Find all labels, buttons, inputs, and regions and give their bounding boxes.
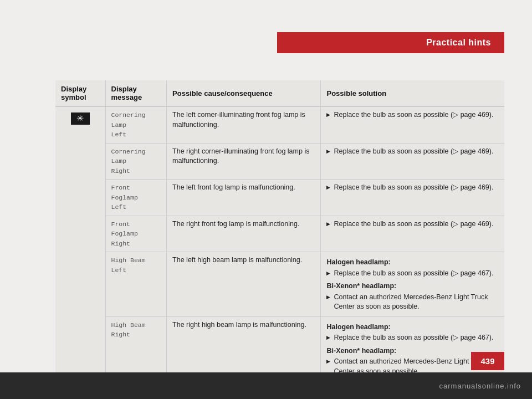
halogen-label: Halogen headlamp: bbox=[326, 323, 499, 332]
display-message: Cornering Lamp Left bbox=[111, 111, 146, 138]
display-msg-cell: Cornering Lamp Left bbox=[105, 106, 167, 143]
display-msg-cell: Cornering Lamp Right bbox=[105, 143, 167, 180]
hints-table: Display symbol Display message Possible … bbox=[55, 80, 504, 381]
cause-cell: The left high beam lamp is malfunctionin… bbox=[167, 252, 321, 317]
solution-item: Contact an authorized Mercedes-Benz Ligh… bbox=[326, 293, 499, 312]
display-message: Front Foglamp Right bbox=[111, 221, 138, 247]
table-row: Cornering Lamp Right The right corner-il… bbox=[55, 143, 504, 180]
col-display-message: Display message bbox=[105, 80, 167, 106]
solution-cell: Replace the bulb as soon as possible (▷ … bbox=[321, 106, 504, 143]
solution-item: Replace the bulb as soon as possible (▷ … bbox=[326, 219, 499, 229]
main-table-container: Display symbol Display message Possible … bbox=[55, 80, 504, 344]
table-row: High Beam Left The left high beam lamp i… bbox=[55, 252, 504, 317]
halogen-label: Halogen headlamp: bbox=[326, 258, 499, 268]
display-msg-cell: High Beam Left bbox=[105, 252, 167, 317]
header-bar: Practical hints bbox=[277, 32, 504, 53]
solution-cell: Halogen headlamp: Replace the bulb as so… bbox=[321, 316, 504, 381]
cause-cell: The right high beam lamp is malfunctioni… bbox=[167, 316, 321, 381]
solution-item: Replace the bulb as soon as possible (▷ … bbox=[326, 333, 499, 343]
watermark: carmanualsonline.info bbox=[439, 382, 521, 390]
cause-cell: The left corner-illuminating front fog l… bbox=[167, 106, 321, 143]
solution-item: Replace the bulb as soon as possible (▷ … bbox=[326, 269, 499, 279]
page-title: Practical hints bbox=[426, 38, 491, 47]
solution-item: Replace the bulb as soon as possible (▷ … bbox=[326, 147, 499, 157]
table-row: Front Foglamp Right The right front fog … bbox=[55, 216, 504, 252]
lamp-icon: ✳ bbox=[71, 112, 90, 125]
cause-cell: The right corner-illuminating front fog … bbox=[167, 143, 321, 180]
solution-item: Replace the bulb as soon as possible (▷ … bbox=[326, 110, 499, 120]
table-row: Front Foglamp Left The left front fog la… bbox=[55, 180, 504, 216]
xenon-label: Bi-Xenon* headlamp: bbox=[326, 282, 499, 291]
cause-cell: The right front fog lamp is malfunctioni… bbox=[167, 216, 321, 252]
bottom-bar: carmanualsonline.info bbox=[0, 372, 532, 399]
table-header-row: Display symbol Display message Possible … bbox=[55, 80, 504, 106]
display-message: High Beam Right bbox=[111, 321, 146, 339]
page-number: 439 bbox=[471, 352, 504, 370]
solution-cell: Replace the bulb as soon as possible (▷ … bbox=[321, 180, 504, 216]
cause-cell: The left front fog lamp is malfunctionin… bbox=[167, 180, 321, 216]
solution-cell: Halogen headlamp: Replace the bulb as so… bbox=[321, 252, 504, 317]
symbol-cell: ✳ bbox=[55, 106, 105, 381]
col-cause: Possible cause/consequence bbox=[167, 80, 321, 106]
table-row: High Beam Right The right high beam lamp… bbox=[55, 316, 504, 381]
display-message: Front Foglamp Left bbox=[111, 184, 138, 211]
col-solution: Possible solution bbox=[321, 80, 504, 106]
table-row: ✳ Cornering Lamp Left The left corner-il… bbox=[55, 106, 504, 143]
display-msg-cell: High Beam Right bbox=[105, 316, 167, 381]
display-message: Cornering Lamp Right bbox=[111, 148, 146, 175]
solution-cell: Replace the bulb as soon as possible (▷ … bbox=[321, 143, 504, 180]
solution-item: Replace the bulb as soon as possible (▷ … bbox=[326, 183, 499, 193]
display-message: High Beam Left bbox=[111, 257, 146, 274]
col-display-symbol: Display symbol bbox=[55, 80, 105, 106]
display-msg-cell: Front Foglamp Right bbox=[105, 216, 167, 252]
display-msg-cell: Front Foglamp Left bbox=[105, 180, 167, 216]
solution-cell: Replace the bulb as soon as possible (▷ … bbox=[321, 216, 504, 252]
